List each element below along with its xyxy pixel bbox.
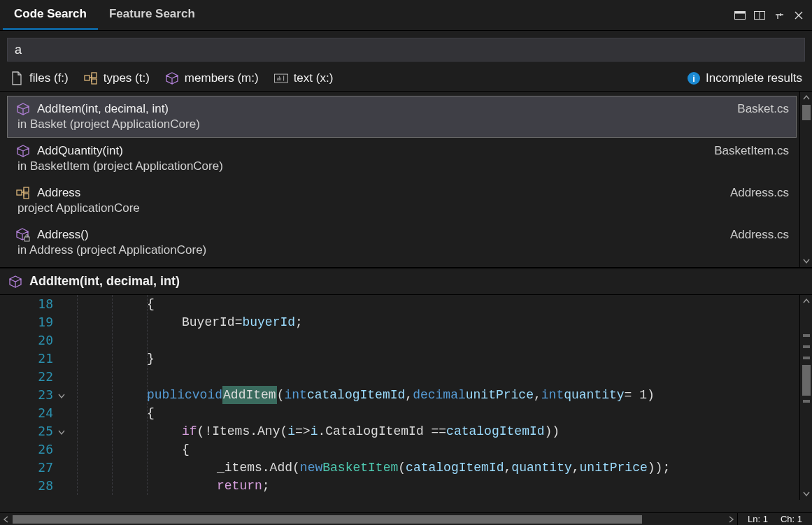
hscroll-track[interactable] (13, 513, 725, 525)
result-title: AddQuantity(int) (37, 144, 123, 158)
line-number: 20 (0, 331, 53, 350)
filter-members[interactable]: members (m:) (165, 71, 259, 85)
search-input[interactable] (7, 38, 805, 62)
svg-rect-13 (24, 237, 29, 241)
filter-files[interactable]: files (f:) (10, 71, 69, 85)
overview-mark (803, 400, 810, 403)
filter-types-label: types (t:) (104, 71, 150, 85)
result-filename: Address.cs (730, 228, 789, 242)
line-number: 28 (0, 477, 53, 495)
scrollbar-thumb[interactable] (802, 365, 811, 396)
svg-rect-12 (24, 194, 29, 199)
scrollbar-thumb[interactable] (802, 105, 811, 120)
preview-header: AddItem(int, decimal, int) (0, 267, 812, 294)
results-list: AddItem(int, decimal, int)Basket.csin Ba… (7, 96, 797, 264)
code-line: { (70, 295, 812, 313)
tab-code-search[interactable]: Code Search (3, 0, 98, 30)
result-title: Address() (37, 228, 89, 242)
result-item[interactable]: AddQuantity(int)BasketItem.csin BasketIt… (7, 138, 797, 180)
window-view-split-icon[interactable] (752, 8, 767, 23)
svg-rect-4 (85, 75, 90, 80)
scroll-down-icon[interactable] (800, 487, 812, 500)
svg-rect-6 (92, 79, 97, 84)
result-sub: in Address (project ApplicationCore) (16, 243, 789, 257)
result-item[interactable]: Address()Address.csin Address (project A… (7, 222, 797, 264)
svg-text:ab: ab (276, 76, 281, 82)
cube-icon (165, 71, 179, 85)
line-number: 19 (0, 313, 53, 331)
editor-scrollbar[interactable] (799, 295, 812, 500)
statusbar-ch: Ch: 1 (781, 514, 802, 524)
result-sub: project ApplicationCore (16, 201, 789, 215)
code-line (70, 331, 812, 350)
cube-icon (16, 102, 30, 116)
code-line: { (70, 440, 812, 459)
svg-rect-11 (24, 187, 29, 192)
result-title: Address (37, 186, 80, 200)
result-filename: BasketItem.cs (714, 144, 789, 158)
result-sub: in Basket (project ApplicationCore) (16, 117, 789, 131)
editor-hscroll: Ln: 1 Ch: 1 (0, 512, 812, 525)
fold-glyph-icon[interactable] (57, 427, 67, 437)
incomplete-status-label: Incomplete results (706, 71, 802, 85)
tab-spacer (206, 0, 732, 30)
title-tabs: Code Search Feature Search (0, 0, 812, 31)
line-number: 23 (0, 386, 53, 404)
filter-text[interactable]: ab text (x:) (274, 71, 334, 85)
preview-header-label: AddItem(int, decimal, int) (29, 274, 180, 289)
fold-glyph-icon[interactable] (57, 391, 67, 401)
filter-row: files (f:) types (t:) members (m:) ab te… (0, 66, 812, 91)
hscroll-thumb[interactable] (13, 515, 642, 524)
svg-rect-1 (735, 11, 746, 13)
window-view-single-icon[interactable] (732, 8, 748, 23)
scroll-right-icon[interactable] (725, 513, 737, 525)
scroll-up-icon[interactable] (800, 92, 812, 104)
cube-icon (8, 275, 22, 289)
file-icon (10, 71, 24, 85)
editor-gutter[interactable]: 1819202122232425262728 (0, 295, 70, 495)
statusbar-ln: Ln: 1 (748, 514, 768, 524)
overview-mark (803, 345, 810, 348)
scroll-left-icon[interactable] (0, 513, 13, 525)
line-number: 26 (0, 440, 53, 459)
results-scrollbar[interactable] (799, 92, 812, 267)
result-item[interactable]: AddressAddress.csproject ApplicationCore (7, 180, 797, 222)
cube-icon (16, 144, 30, 158)
class-icon (16, 186, 30, 200)
class-icon (84, 71, 98, 85)
code-pane[interactable]: {BuyerId = buyerId;}public void AddItem(… (70, 295, 812, 495)
line-number: 18 (0, 295, 53, 313)
result-filename: Basket.cs (737, 102, 789, 116)
scroll-up-icon[interactable] (800, 295, 812, 308)
close-icon[interactable] (791, 8, 806, 23)
svg-rect-5 (92, 73, 97, 78)
filter-types[interactable]: types (t:) (84, 71, 150, 85)
code-line: public void AddItem(int catalogItemId, d… (70, 386, 812, 404)
result-title: AddItem(int, decimal, int) (37, 102, 169, 116)
tab-feature-search[interactable]: Feature Search (98, 0, 206, 30)
code-line: BuyerId = buyerId; (70, 313, 812, 331)
result-item[interactable]: AddItem(int, decimal, int)Basket.csin Ba… (7, 96, 797, 138)
filter-files-label: files (f:) (29, 71, 69, 85)
line-number: 27 (0, 459, 53, 477)
cube-lock-icon (16, 228, 30, 242)
filter-text-label: text (x:) (294, 71, 334, 85)
code-line (70, 368, 812, 386)
search-row (0, 31, 812, 66)
code-line: { (70, 404, 812, 422)
incomplete-status: i Incomplete results (688, 71, 802, 85)
result-sub: in BasketItem (project ApplicationCore) (16, 159, 789, 173)
code-line: return; (70, 477, 812, 495)
pin-icon[interactable] (771, 8, 787, 23)
scroll-down-icon[interactable] (800, 254, 812, 267)
line-number: 21 (0, 350, 53, 368)
filter-members-label: members (m:) (185, 71, 259, 85)
tab-code-search-label: Code Search (14, 7, 87, 21)
code-line: } (70, 350, 812, 368)
tab-feature-search-label: Feature Search (109, 7, 195, 21)
editor: 1819202122232425262728 {BuyerId = buyerI… (0, 294, 812, 512)
code-line: _items.Add(new BasketItem(catalogItemId,… (70, 459, 812, 477)
svg-rect-2 (755, 11, 765, 19)
line-number: 24 (0, 404, 53, 422)
svg-rect-10 (17, 190, 22, 195)
